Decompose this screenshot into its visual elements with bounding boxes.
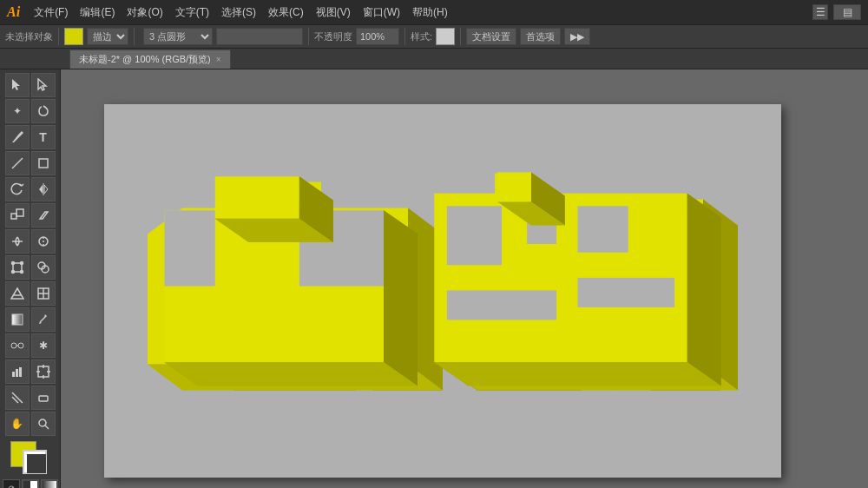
slice-tool[interactable] [5,386,30,410]
menu-window[interactable]: 窗口(W) [358,3,405,22]
svg-point-25 [18,343,23,348]
column-graph-tool[interactable] [5,359,30,384]
width-tool[interactable] [5,229,30,254]
brush-select[interactable]: 3 点圆形 [143,28,213,45]
svg-point-12 [11,262,14,265]
toolbar-divider-2 [134,28,135,45]
eraser-tool[interactable] [31,386,56,410]
perspective-tool[interactable] [5,281,30,306]
fill-stroke-widget[interactable] [10,441,50,476]
svg-line-39 [45,425,49,429]
hand-tool[interactable]: ✋ [5,412,30,436]
preferences-button[interactable]: 首选项 [520,28,561,45]
eyedropper-tool[interactable] [31,307,56,332]
tool-row-7 [5,229,56,254]
toolbar-divider-4 [404,28,405,45]
svg-marker-100 [384,210,418,386]
toolbar-divider-1 [58,28,59,45]
panel-toggle-icon[interactable]: ☰ [812,4,828,20]
menu-object[interactable]: 对象(O) [122,3,168,22]
fill-type-select[interactable]: 描边 [87,28,128,45]
svg-marker-97 [434,362,720,386]
magic-wand-tool[interactable]: ✦ [5,99,30,123]
svg-marker-7 [40,212,48,219]
pen-tool[interactable] [5,125,30,149]
svg-rect-37 [39,396,48,401]
menu-help[interactable]: 帮助(H) [407,3,453,22]
svg-rect-93 [497,172,531,201]
more-button[interactable]: ▶▶ [564,28,590,45]
none-icon[interactable]: ⊘ [3,479,20,488]
svg-rect-23 [12,314,23,325]
canvas-area[interactable] [61,69,868,488]
tool-row-12 [5,359,56,384]
svg-rect-91 [447,290,556,320]
svg-point-24 [11,343,16,348]
scale-tool[interactable] [5,203,30,228]
menu-view[interactable]: 视图(V) [311,3,356,22]
svg-rect-3 [39,159,48,168]
main-layout: ✦ T [0,69,868,488]
blend-tool[interactable] [5,333,30,358]
opacity-input[interactable] [356,28,399,45]
svg-rect-42 [43,481,56,488]
toolbar: 未选择对象 描边 3 点圆形 不透明度 样式: 文档设置 首选项 ▶▶ [0,24,868,49]
svg-point-13 [20,262,23,265]
svg-line-2 [12,158,23,168]
menu-edit[interactable]: 编辑(E) [75,3,120,22]
selection-tool[interactable] [5,73,30,97]
menu-file[interactable]: 文件(F) [29,3,73,22]
svg-rect-6 [16,209,23,216]
line-tool[interactable] [5,151,30,175]
zoom-tool[interactable] [31,412,56,436]
fill-color-swatch[interactable] [64,28,83,45]
svg-rect-90 [577,206,628,252]
brush-size-input[interactable] [216,28,303,45]
free-transform-tool[interactable] [5,255,30,280]
tool-row-14: ✋ [5,412,56,436]
tool-row-11: ✱ [5,333,56,358]
extra-icons: ⊘ [3,479,58,488]
symbol-sprayer-tool[interactable]: ✱ [31,333,56,358]
tab-close-button[interactable]: × [216,55,221,64]
lasso-tool[interactable] [31,99,56,123]
svg-rect-92 [577,278,674,307]
warp-tool[interactable] [31,229,56,254]
rotate-tool[interactable] [5,177,30,201]
tool-row-2: ✦ [5,99,56,123]
svg-rect-41 [30,481,37,488]
type-tool[interactable]: T [31,125,56,149]
svg-point-15 [20,271,23,274]
style-label: 样式: [411,30,432,43]
direct-selection-tool[interactable] [31,73,56,97]
tool-row-13 [5,386,56,410]
workspace-icon[interactable]: ▤ [833,4,861,20]
toolbox: ✦ T [0,69,61,488]
menu-effect[interactable]: 效果(C) [263,3,309,22]
svg-rect-28 [16,369,18,377]
svg-marker-101 [164,362,417,386]
tool-row-9 [5,281,56,306]
tool-row-5 [5,177,56,201]
reflect-tool[interactable] [31,177,56,201]
mesh-tool[interactable] [31,281,56,306]
menu-select[interactable]: 选择(S) [216,3,261,22]
stroke-box[interactable] [23,450,47,474]
rectangle-tool[interactable] [31,151,56,175]
shear-tool[interactable] [31,203,56,228]
artboard-tool[interactable] [31,359,56,384]
style-swatch[interactable] [436,28,455,45]
gradient-tool[interactable] [5,307,30,332]
shape-builder-tool[interactable] [31,255,56,280]
svg-rect-40 [23,481,30,488]
svg-marker-79 [164,210,214,286]
document-tab[interactable]: 未标题-2* @ 100% (RGB/预览) × [69,49,231,69]
doc-settings-button[interactable]: 文档设置 [466,28,516,45]
svg-rect-88 [447,206,502,265]
tool-row-10 [5,307,56,332]
app-logo: Ai [7,4,20,20]
svg-rect-27 [12,372,15,377]
color-mode-icon[interactable] [22,479,39,488]
gradient-mode-icon[interactable] [41,479,58,488]
menu-text[interactable]: 文字(T) [170,3,214,22]
